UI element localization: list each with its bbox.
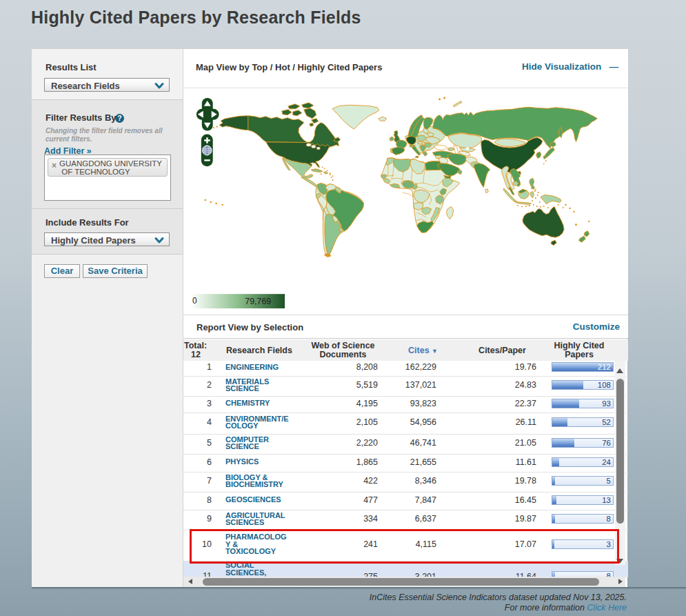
svg-text:0: 0 xyxy=(192,296,197,306)
svg-text:79,769: 79,769 xyxy=(245,297,271,306)
